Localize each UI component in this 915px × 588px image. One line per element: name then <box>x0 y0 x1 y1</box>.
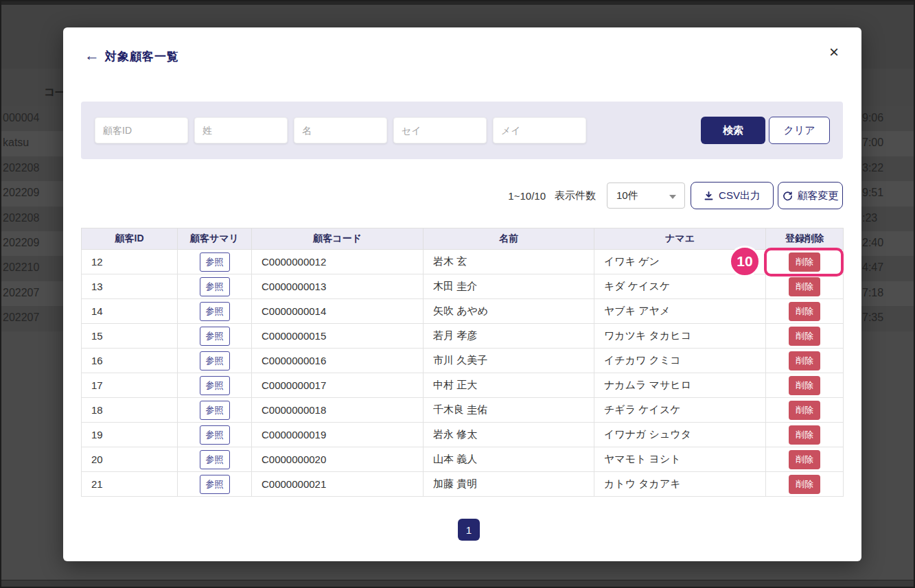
customer-id-cell: 14 <box>82 299 178 324</box>
delete-button[interactable]: 削除 <box>789 475 820 494</box>
header-register-delete: 登録削除 <box>766 228 844 250</box>
page-size-value: 10件 <box>616 189 638 202</box>
reference-button[interactable]: 参照 <box>200 351 230 371</box>
reference-button[interactable]: 参照 <box>200 252 230 272</box>
delete-cell: 削除 <box>766 423 844 447</box>
customer-code-cell: C0000000021 <box>252 472 424 497</box>
customer-kana-cell: イワキ ゲン <box>594 250 766 274</box>
background-time-fragment: :23 <box>862 212 877 224</box>
table-row: 18 参照 C0000000018 千木良 圭佑 チギラ ケイスケ 削除 <box>82 398 844 423</box>
delete-cell: 削除 <box>766 274 844 299</box>
window-top-edge <box>0 0 915 5</box>
table-row: 15 参照 C0000000015 若月 孝彦 ワカツキ タカヒコ 削除 <box>82 324 844 349</box>
page-size-select[interactable]: 10件 <box>607 183 685 209</box>
customer-summary-cell: 参照 <box>178 373 252 398</box>
background-time-fragment: 2:40 <box>862 237 883 249</box>
delete-cell: 削除 <box>766 250 844 274</box>
customer-code-cell: C0000000020 <box>252 447 424 472</box>
reference-button[interactable]: 参照 <box>200 302 230 321</box>
close-icon[interactable]: × <box>829 44 839 60</box>
customer-summary-cell: 参照 <box>178 324 252 349</box>
background-code-fragment: 000004 <box>3 112 39 124</box>
reference-button[interactable]: 参照 <box>200 425 230 445</box>
customer-id-cell: 16 <box>82 349 178 373</box>
table-row: 21 参照 C0000000021 加藤 貴明 カトウ タカアキ 削除 <box>82 472 844 497</box>
customer-name-cell: 加藤 貴明 <box>424 472 594 497</box>
customer-table: 顧客ID 顧客サマリ 顧客コード 名前 ナマエ 登録削除 12 参照 C0000… <box>81 228 844 497</box>
clear-button[interactable]: クリア <box>769 117 830 144</box>
customer-list-modal: ← 対象顧客一覧 × 検索 クリア 1~10/10 表示件数 10件 CSV出力 <box>63 27 861 561</box>
delete-cell: 削除 <box>766 398 844 423</box>
background-code-fragment: 202207 <box>3 311 39 324</box>
customer-change-button[interactable]: 顧客変更 <box>778 182 843 209</box>
delete-button[interactable]: 削除 <box>789 450 820 469</box>
background-code-fragment: 202208 <box>3 212 39 224</box>
csv-export-button[interactable]: CSV出力 <box>691 182 774 209</box>
delete-button[interactable]: 削除 <box>789 252 820 272</box>
delete-button[interactable]: 削除 <box>789 327 820 346</box>
customer-kana-cell: イワナガ シュウタ <box>594 423 766 447</box>
header-kana: ナマエ <box>594 228 766 250</box>
reference-button[interactable]: 参照 <box>200 327 230 346</box>
table-row: 17 参照 C0000000017 中村 正大 ナカムラ マサヒロ 削除 <box>82 373 844 398</box>
chevron-down-icon <box>669 195 676 199</box>
customer-kana-cell: イチカワ クミコ <box>594 349 766 373</box>
customer-code-cell: C0000000017 <box>252 373 424 398</box>
background-time-fragment: 7:18 <box>862 287 883 299</box>
reference-button[interactable]: 参照 <box>200 277 230 296</box>
customer-summary-cell: 参照 <box>178 398 252 423</box>
search-input-last-name[interactable] <box>194 117 288 143</box>
delete-cell: 削除 <box>766 373 844 398</box>
reference-button[interactable]: 参照 <box>200 376 230 395</box>
customer-summary-cell: 参照 <box>178 274 252 299</box>
background-time-fragment: 9:06 <box>862 112 883 124</box>
search-input-first-name[interactable] <box>294 117 387 143</box>
customer-kana-cell: ワカツキ タカヒコ <box>594 324 766 349</box>
customer-name-cell: 市川 久美子 <box>424 349 594 373</box>
search-input-customer-id[interactable] <box>95 117 188 143</box>
delete-button[interactable]: 削除 <box>789 376 820 395</box>
background-time-fragment: 9:51 <box>862 187 883 199</box>
background-code-fragment: 202209 <box>3 187 39 199</box>
modal-header: ← 対象顧客一覧 × <box>63 27 861 93</box>
search-button[interactable]: 検索 <box>701 117 765 144</box>
background-code-fragment: 202210 <box>3 261 39 274</box>
customer-id-cell: 18 <box>82 398 178 423</box>
page-title: 対象顧客一覧 <box>105 49 179 64</box>
delete-button[interactable]: 削除 <box>789 277 820 296</box>
result-range-text: 1~10/10 <box>508 190 546 202</box>
reference-button[interactable]: 参照 <box>200 450 230 469</box>
background-code-fragment: 202208 <box>3 162 39 174</box>
search-input-sei[interactable] <box>393 117 487 143</box>
search-input-mei[interactable] <box>493 117 586 143</box>
delete-cell: 削除 <box>766 349 844 373</box>
customer-kana-cell: チギラ ケイスケ <box>594 398 766 423</box>
delete-button[interactable]: 削除 <box>789 401 820 420</box>
customer-name-cell: 中村 正大 <box>424 373 594 398</box>
table-row: 13 参照 C0000000013 木田 圭介 キダ ケイスケ 削除 <box>82 274 844 299</box>
customer-summary-cell: 参照 <box>178 349 252 373</box>
delete-cell: 削除 <box>766 472 844 497</box>
background-time-fragment: 7:00 <box>862 137 883 149</box>
customer-kana-cell: ヤブキ アヤメ <box>594 299 766 324</box>
delete-cell: 削除 <box>766 324 844 349</box>
header-customer-code: 顧客コード <box>252 228 424 250</box>
back-arrow-icon[interactable]: ← <box>84 47 100 64</box>
table-head: 顧客ID 顧客サマリ 顧客コード 名前 ナマエ 登録削除 <box>82 228 844 250</box>
display-count-label: 表示件数 <box>555 189 596 202</box>
customer-id-cell: 13 <box>82 274 178 299</box>
customer-id-cell: 20 <box>82 447 178 472</box>
search-panel: 検索 クリア <box>81 102 843 159</box>
table-toolbar: 1~10/10 表示件数 10件 CSV出力 顧客変更 <box>81 182 843 209</box>
delete-button[interactable]: 削除 <box>789 351 820 371</box>
customer-summary-cell: 参照 <box>178 447 252 472</box>
customer-code-cell: C0000000018 <box>252 398 424 423</box>
delete-button[interactable]: 削除 <box>789 302 820 321</box>
background-code-fragment: 202207 <box>3 287 39 299</box>
delete-button[interactable]: 削除 <box>789 425 820 445</box>
pagination-page-1-button[interactable]: 1 <box>458 519 480 541</box>
reference-button[interactable]: 参照 <box>200 475 230 494</box>
customer-name-cell: 若月 孝彦 <box>424 324 594 349</box>
table-row: 19 参照 C0000000019 岩永 修太 イワナガ シュウタ 削除 <box>82 423 844 447</box>
reference-button[interactable]: 参照 <box>200 401 230 420</box>
